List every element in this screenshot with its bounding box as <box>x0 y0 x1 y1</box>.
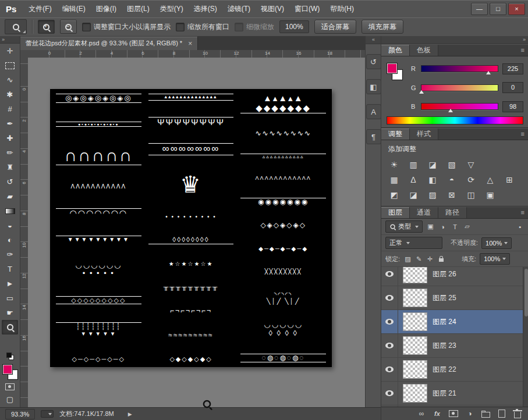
filter-shape-layers-icon[interactable]: ▱ <box>463 223 472 230</box>
zoom-out-button[interactable]: − <box>60 20 77 34</box>
layer-thumbnail[interactable] <box>403 384 427 403</box>
panel-color-swatches[interactable] <box>387 62 405 88</box>
tab-styles[interactable]: 样式 <box>410 129 438 140</box>
marquee-tool[interactable] <box>2 58 18 73</box>
lock-position-icon[interactable]: ✛ <box>426 254 434 264</box>
adjustment-icon[interactable]: ⊞ <box>504 175 515 184</box>
layer-row[interactable]: 图层 20 <box>381 405 528 407</box>
adjustment-icon[interactable]: ▽ <box>465 159 477 169</box>
panel-menu-icon[interactable]: ≡ <box>521 207 528 218</box>
adjustment-icon[interactable]: ◫ <box>465 190 477 200</box>
menu-item[interactable]: 文件(F) <box>23 1 56 17</box>
collapse-tools-arrow[interactable]: » <box>0 36 20 44</box>
close-tab-icon[interactable]: × <box>188 40 192 48</box>
expand-panels-arrow[interactable]: « <box>366 36 381 44</box>
channel-value[interactable]: 225 <box>502 63 523 74</box>
status-options-icon[interactable] <box>41 410 54 418</box>
horizontal-ruler[interactable]: 024681012141618 <box>28 50 365 58</box>
collapse-panels-arrow[interactable]: » <box>381 36 528 44</box>
default-colors-icon[interactable] <box>6 353 14 360</box>
delete-layer-icon[interactable] <box>513 410 522 418</box>
layer-style-icon[interactable]: fx <box>433 410 441 417</box>
eraser-tool[interactable]: ▰ <box>2 189 18 204</box>
current-tool-indicator[interactable] <box>5 19 27 34</box>
channel-slider[interactable] <box>421 65 498 72</box>
fill-screen-button[interactable]: 填充屏幕 <box>362 20 403 34</box>
screen-mode-icon[interactable]: ▢ <box>6 395 13 404</box>
dodge-tool[interactable]: ◐ <box>2 233 18 247</box>
hand-tool[interactable]: ☛ <box>2 305 18 320</box>
color-swatches[interactable] <box>2 364 18 380</box>
layer-thumbnail[interactable] <box>403 336 427 355</box>
color-spectrum-bar[interactable] <box>387 116 523 124</box>
minimize-button[interactable]: — <box>471 3 488 15</box>
zoom-percent-field[interactable]: 100% <box>279 20 309 33</box>
layer-visibility-toggle[interactable] <box>381 382 398 405</box>
status-zoom-field[interactable]: 93.3% <box>5 409 35 419</box>
adjustment-icon[interactable]: ⊠ <box>446 190 458 200</box>
layer-visibility-toggle[interactable] <box>381 358 398 381</box>
tab-paths[interactable]: 路径 <box>438 207 467 218</box>
menu-item[interactable]: 滤镜(T) <box>222 1 256 17</box>
foreground-color-swatch[interactable] <box>2 364 13 375</box>
zoom-all-windows-checkbox[interactable] <box>176 23 185 31</box>
resize-windows-checkbox[interactable] <box>82 23 91 31</box>
slider-thumb[interactable] <box>448 109 453 112</box>
document-tab[interactable]: 蕾丝花边psd分层素材.psd @ 93.3% (图层 24, RGB/8) *… <box>20 37 198 50</box>
layer-thumbnail[interactable] <box>403 267 427 283</box>
layer-row[interactable]: 图层 26 <box>381 267 528 286</box>
lock-transparency-icon[interactable]: ▨ <box>403 254 412 264</box>
adjustment-icon[interactable]: ▧ <box>446 159 458 169</box>
adjustment-icon[interactable]: ▨ <box>427 190 438 200</box>
slider-thumb[interactable] <box>419 90 424 94</box>
channel-value[interactable]: 0 <box>502 82 523 93</box>
brush-tool[interactable]: ✏ <box>2 145 18 160</box>
shape-tool[interactable]: ▭ <box>2 291 18 305</box>
zoom-tool[interactable] <box>2 320 18 334</box>
fill-field[interactable]: 100% <box>480 253 510 265</box>
paragraph-panel-icon[interactable]: ¶ <box>366 129 381 144</box>
healing-brush-tool[interactable]: ✚ <box>2 131 18 145</box>
layer-row[interactable]: 图层 21 <box>381 382 528 405</box>
lock-pixels-icon[interactable]: ✎ <box>414 254 423 264</box>
adjustment-icon[interactable]: ◪ <box>427 159 438 169</box>
layer-row[interactable]: 图层 25 <box>381 286 528 310</box>
menu-item[interactable]: 帮助(H) <box>325 1 359 17</box>
history-panel-icon[interactable]: ↺ <box>366 54 381 69</box>
lasso-tool[interactable]: ∿ <box>2 73 18 87</box>
adjustment-icon[interactable]: ◩ <box>388 190 400 200</box>
adjustment-icon[interactable]: ▣ <box>484 190 496 200</box>
filter-type-layers-icon[interactable]: T <box>451 223 459 230</box>
layer-name[interactable]: 图层 25 <box>433 293 456 303</box>
adjustment-icon[interactable]: ▥ <box>407 159 419 169</box>
link-layers-icon[interactable]: ∞ <box>417 410 426 418</box>
zoom-in-button[interactable]: + <box>38 20 55 34</box>
pen-tool[interactable]: ✑ <box>2 247 18 262</box>
maximize-button[interactable]: □ <box>490 3 506 15</box>
new-layer-icon[interactable] <box>498 410 506 418</box>
channel-slider[interactable] <box>421 103 498 110</box>
slider-thumb[interactable] <box>486 71 491 74</box>
layer-visibility-toggle[interactable] <box>381 267 398 286</box>
layer-name[interactable]: 图层 23 <box>433 341 456 351</box>
layer-filter-select[interactable]: 类型 <box>385 220 423 233</box>
layer-row[interactable]: 图层 24 <box>381 310 528 334</box>
canvas[interactable]: ◎◈◎◈◎◈◎◈◎●▪●▪●▪●▪●▪●▪●∩∩∩∩∩ΛΛΛΛΛΛΛΛΛΛΛ◠◠… <box>50 89 332 367</box>
menu-item[interactable]: 选择(S) <box>189 1 222 17</box>
menu-item[interactable]: 窗口(W) <box>289 1 325 17</box>
layer-visibility-toggle[interactable] <box>381 405 398 407</box>
close-button[interactable]: × <box>508 3 525 15</box>
move-tool[interactable]: ✛ <box>2 44 18 58</box>
fit-screen-button[interactable]: 适合屏幕 <box>314 20 356 34</box>
status-more-button[interactable]: ▶ <box>128 411 132 417</box>
path-selection-tool[interactable]: ► <box>2 276 18 291</box>
new-adjustment-layer-icon[interactable]: ◑ <box>466 410 474 418</box>
quick-selection-tool[interactable]: ✱ <box>2 87 18 102</box>
tab-layers[interactable]: 图层 <box>381 207 410 218</box>
adjustment-icon[interactable]: △ <box>484 175 496 184</box>
gradient-tool[interactable] <box>2 204 18 218</box>
properties-panel-icon[interactable]: ◧ <box>366 79 381 94</box>
adjustment-icon[interactable]: ◪ <box>407 190 419 200</box>
layer-thumbnail[interactable] <box>403 360 427 379</box>
blend-mode-select[interactable]: 正常 <box>385 237 442 249</box>
